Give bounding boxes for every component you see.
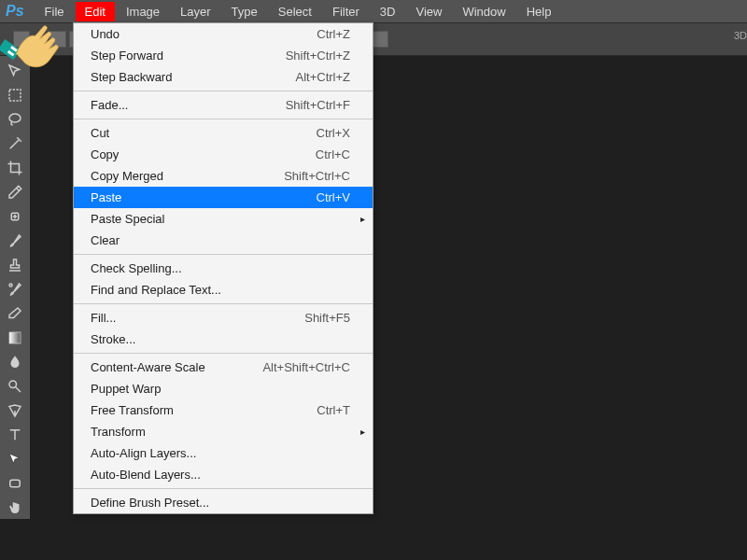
edit-dropdown-menu: Undo Ctrl+Z Step Forward Shift+Ctrl+Z St… — [73, 22, 374, 514]
menu-label: Stroke... — [91, 332, 135, 346]
menu-separator — [74, 353, 373, 354]
menu-item-check-spelling[interactable]: Check Spelling... — [74, 258, 373, 279]
menu-label: Find and Replace Text... — [91, 283, 221, 297]
menu-label: Undo — [91, 27, 120, 41]
menu-type[interactable]: Type — [222, 2, 267, 21]
menu-label: Fill... — [91, 311, 116, 325]
menu-shortcut: Ctrl+V — [317, 190, 350, 204]
menu-item-define-brush[interactable]: Define Brush Preset... — [74, 492, 373, 513]
toolbox — [0, 56, 30, 519]
svg-point-5 — [9, 381, 17, 388]
blur-tool-icon[interactable] — [4, 351, 26, 373]
menu-item-auto-align[interactable]: Auto-Align Layers... — [74, 442, 373, 464]
menu-label: Content-Aware Scale — [91, 360, 205, 374]
menu-filter[interactable]: Filter — [323, 2, 369, 21]
menu-item-cut[interactable]: Cut Ctrl+X — [74, 122, 373, 144]
crop-tool-icon[interactable] — [4, 157, 26, 179]
menu-label: Auto-Align Layers... — [91, 446, 196, 460]
menu-item-stroke[interactable]: Stroke... — [74, 329, 373, 350]
menu-item-free-transform[interactable]: Free Transform Ctrl+T — [74, 399, 373, 421]
menu-edit[interactable]: Edit — [76, 2, 115, 21]
menu-separator — [74, 254, 373, 255]
menu-view[interactable]: View — [406, 2, 451, 21]
menu-label: Copy — [91, 147, 119, 161]
type-tool-icon[interactable] — [4, 424, 26, 446]
svg-rect-4 — [9, 332, 21, 343]
menu-label: Puppet Warp — [91, 382, 161, 396]
menu-item-puppet-warp[interactable]: Puppet Warp — [74, 378, 373, 399]
menu-item-copy-merged[interactable]: Copy Merged Shift+Ctrl+C — [74, 165, 373, 187]
menu-item-fade[interactable]: Fade... Shift+Ctrl+F — [74, 94, 373, 116]
eyedropper-tool-icon[interactable] — [4, 181, 26, 203]
menu-shortcut: Ctrl+C — [316, 147, 350, 161]
pointer-hand-icon — [0, 9, 67, 77]
panel-tab-3d[interactable]: 3D — [734, 30, 747, 41]
menu-item-step-forward[interactable]: Step Forward Shift+Ctrl+Z — [74, 45, 373, 66]
svg-rect-0 — [9, 90, 21, 101]
menu-label: Transform — [91, 425, 146, 439]
submenu-arrow-icon: ▸ — [360, 214, 365, 224]
path-tool-icon[interactable] — [4, 448, 26, 470]
menu-item-step-backward[interactable]: Step Backward Alt+Ctrl+Z — [74, 66, 373, 88]
mode-icon[interactable] — [372, 31, 388, 48]
menu-shortcut: Shift+F5 — [304, 311, 350, 325]
menu-item-paste-special[interactable]: Paste Special ▸ — [74, 208, 373, 230]
brush-tool-icon[interactable] — [4, 230, 26, 252]
history-brush-tool-icon[interactable] — [4, 278, 26, 301]
menu-shortcut: Shift+Ctrl+F — [286, 98, 350, 112]
gradient-tool-icon[interactable] — [4, 327, 26, 349]
menu-label: Step Forward — [91, 49, 163, 63]
menu-item-transform[interactable]: Transform ▸ — [74, 421, 373, 442]
marquee-tool-icon[interactable] — [4, 84, 26, 106]
menu-item-auto-blend[interactable]: Auto-Blend Layers... — [74, 464, 373, 485]
menu-item-paste[interactable]: Paste Ctrl+V — [74, 187, 373, 208]
menu-label: Free Transform — [91, 403, 174, 417]
menu-window[interactable]: Window — [453, 2, 514, 21]
menu-label: Auto-Blend Layers... — [91, 468, 201, 482]
shape-tool-icon[interactable] — [4, 472, 26, 495]
menu-separator — [74, 488, 373, 489]
menu-3d[interactable]: 3D — [371, 2, 405, 21]
menu-item-content-aware[interactable]: Content-Aware Scale Alt+Shift+Ctrl+C — [74, 357, 373, 378]
submenu-arrow-icon: ▸ — [360, 427, 365, 437]
menu-label: Paste — [91, 190, 121, 204]
menu-label: Check Spelling... — [91, 261, 182, 275]
menu-layer[interactable]: Layer — [171, 2, 220, 21]
menu-label: Clear — [91, 233, 120, 247]
menu-shortcut: Alt+Ctrl+Z — [295, 70, 350, 84]
svg-point-1 — [9, 114, 21, 122]
menu-shortcut: Ctrl+X — [317, 126, 350, 140]
svg-point-3 — [9, 284, 12, 287]
dodge-tool-icon[interactable] — [4, 375, 26, 398]
menu-item-clear[interactable]: Clear — [74, 230, 373, 251]
menu-help[interactable]: Help — [517, 2, 561, 21]
pen-tool-icon[interactable] — [4, 399, 26, 422]
menu-item-copy[interactable]: Copy Ctrl+C — [74, 144, 373, 165]
svg-rect-6 — [10, 480, 21, 487]
eraser-tool-icon[interactable] — [4, 302, 26, 325]
menu-separator — [74, 91, 373, 91]
menu-shortcut: Shift+Ctrl+Z — [286, 49, 350, 63]
hand-tool-icon[interactable] — [4, 497, 26, 519]
menu-label: Define Brush Preset... — [91, 496, 209, 510]
menu-separator — [74, 303, 373, 304]
menu-label: Copy Merged — [91, 169, 163, 183]
menu-label: Step Backward — [91, 70, 172, 84]
menubar: Ps File Edit Image Layer Type Select Fil… — [0, 0, 747, 22]
menu-shortcut: Ctrl+T — [317, 403, 350, 417]
menu-shortcut: Alt+Shift+Ctrl+C — [262, 360, 350, 374]
menu-shortcut: Shift+Ctrl+C — [284, 169, 350, 183]
lasso-tool-icon[interactable] — [4, 108, 26, 131]
wand-tool-icon[interactable] — [4, 133, 26, 155]
menu-shortcut: Ctrl+Z — [317, 27, 350, 41]
stamp-tool-icon[interactable] — [4, 254, 26, 276]
menu-select[interactable]: Select — [269, 2, 321, 21]
menu-item-find-replace[interactable]: Find and Replace Text... — [74, 279, 373, 301]
menu-label: Fade... — [91, 98, 128, 112]
menu-item-undo[interactable]: Undo Ctrl+Z — [74, 23, 373, 45]
menu-label: Cut — [91, 126, 109, 140]
menu-separator — [74, 119, 373, 119]
menu-image[interactable]: Image — [117, 2, 169, 21]
menu-item-fill[interactable]: Fill... Shift+F5 — [74, 307, 373, 329]
healing-tool-icon[interactable] — [4, 205, 26, 228]
